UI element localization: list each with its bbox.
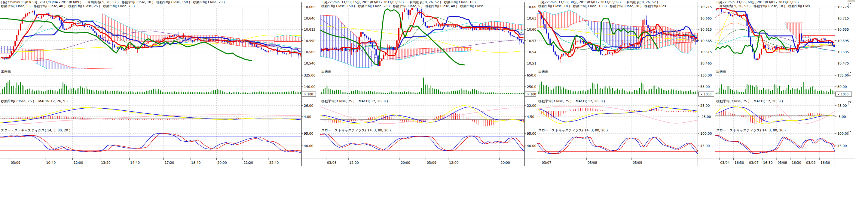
time-label: 10:40 [46,161,56,165]
time-label: 03/08 [588,161,597,165]
axis-label: -25.00 [700,115,711,119]
stochastics-chart [715,135,835,154]
panel-header-line1: 日経225mini 11/03( 15分, 2011/03/01 - 2011/… [321,0,476,4]
time-label: 16:30 [820,161,830,165]
chart-canvas: 10,6610,6310,6010,5710,5410,51650.0250.0… [320,0,536,168]
chart-panel-5min[interactable]: 日経225mini 11/03( 5分, 2011/03/04 - 2011/0… [0,0,319,168]
axis-label: 25.00 [700,104,710,108]
time-label: 20:00 [500,161,510,165]
time-label: 12:00 [449,161,459,165]
axis-label: 45.00 [837,144,847,148]
axis-label: 10,640 [304,16,316,21]
macd-chart [0,107,302,125]
volume-unit: × 100 [304,93,313,96]
macd-section-label: 移動平均( Close, 75 ) MACD( 12, 26, 9 ) [1,99,68,104]
axis-label: 4.00 [304,115,311,119]
chart-panel-30min[interactable]: 日経225mini 11/03( 30分, 2011/03/01 - 2011/… [537,0,714,168]
axis-label: -5.00 [837,115,846,119]
window-restore-icon[interactable] [848,131,851,135]
chart-workspace: 日経225mini 11/03( 5分, 2011/03/04 - 2011/0… [0,0,868,216]
price-chart [537,10,698,63]
time-label: 13:20 [101,161,111,165]
stoch-section-label: スロー・ストキャスティクス( 14, 3, 80, 20 ) [538,128,608,133]
axis-label: 325.00 [304,73,316,77]
panel-header-line1: 日経225mini 11/03( 5分, 2011/03/04 - 2011/0… [1,0,225,4]
axis-label: 10,655 [837,28,849,32]
time-label: 20:00 [217,161,227,165]
axis-label: 10,715 [837,16,849,21]
axis-label: 10,540 [304,62,316,65]
axis-label: 100.00 [700,132,712,136]
time-label: 21:20 [243,161,253,165]
macd-chart [320,105,524,127]
axis-label: 10,63 [527,16,536,21]
time-label: 03/09 [11,161,21,165]
axis-label: 650.0 [527,73,536,77]
macd-section-label: 移動平均( Close, 75 ) MACD( 12, 26, 9 ) [538,99,605,104]
axis-label: 80.00 [837,85,847,89]
time-label: 03/09 [806,161,816,165]
axis-label: 130.00 [700,73,712,77]
stoch-section-label: スロー・ストキャスティクス( 14, 3, 80, 20 ) [321,128,391,133]
axis-label: 10,60 [527,28,536,32]
time-label: 03/08 [778,161,787,165]
time-label: 22:40 [269,161,279,165]
time-label: 03/07 [749,161,758,165]
panel-header-line2: 一目均衡表( 9, 26, 52 ) 移動平均( Close, 10 ) 移動平… [716,4,810,8]
macd-chart [715,105,835,124]
axis-label: 10,54 [527,50,536,54]
time-label: 16:30 [763,161,773,165]
panel-divider [715,0,715,166]
time-label: 12:00 [74,161,83,165]
stoch-section-label: スロー・ストキャスティクス( 14, 3, 80, 20 ) [716,128,786,133]
chart-canvas: 10,66510,64010,61510,59010,56510,540325.… [0,0,319,168]
axis-label: 185.00 [837,73,849,77]
volume-unit: × 100 [527,93,536,96]
axis-label: 10,590 [304,39,316,43]
axis-label: 10,565 [304,50,316,54]
chart-panel-15min[interactable]: 日経225mini 11/03( 15分, 2011/03/01 - 2011/… [320,0,536,168]
panel-header-line1: 日経225mini 11/03( 30分, 2011/03/01 - 2011/… [538,0,658,4]
price-chart [320,5,524,68]
scrollbar-fragment[interactable] [847,0,856,2]
volume-chart [320,78,524,94]
volume-chart [537,82,698,94]
chart-panel-60min[interactable]: 日経225mini 11/03( 60分, 2011/03/01 - 2011/… [715,0,855,168]
axis-label: 26.00 [304,104,313,108]
axis-label: 4.50 [527,115,534,119]
chart-canvas: 10,77510,71510,65510,59510,53510,475185.… [715,0,855,168]
panel-header-line2: 移動平均( Close, 10 ) 移動平均( Close, 150 ) 移動平… [538,4,666,8]
price-chart [715,4,835,62]
time-label: 03/09 [633,161,642,165]
axis-label: 10,465 [700,62,712,65]
volume-unit: × 1000 [700,93,711,96]
axis-label: 22.00 [527,104,536,108]
time-label: 03/04 [720,161,730,165]
time-label: 12:00 [349,161,359,165]
time-label: 16:30 [792,161,801,165]
axis-label: 40.00 [527,144,536,148]
stochastics-chart [320,134,524,151]
time-label: 14:40 [130,161,140,165]
axis-label: 10,475 [837,62,849,65]
axis-label: 10,715 [700,5,712,9]
axis-label: 250.0 [527,85,536,89]
window-restore-icon[interactable] [848,72,851,76]
panel-header-line2: 移動平均( Close, 5 ) 移動平均( Close, 40 ) 移動平均(… [1,4,135,8]
axis-label: 10,775 [837,5,849,9]
axis-label: 10,515 [700,50,712,54]
axis-label: 10,665 [304,5,316,9]
axis-label: 10,615 [700,28,712,32]
gridlines [0,7,302,158]
axis-label: 10,51 [527,62,536,65]
macd-section-label: 移動平均( Close, 75 ) MACD( 12, 26, 9 ) [716,99,783,104]
axis-label: 45.00 [837,104,847,108]
axis-label: 55.00 [700,85,710,89]
time-label: 18:40 [191,161,201,165]
window-restore-icon[interactable] [848,101,851,105]
axis-label: 10,66 [527,5,536,9]
gridlines [715,7,835,158]
axis-label: 45.00 [700,144,710,148]
window-restore-icon[interactable] [848,3,851,7]
volume-section-label: 出来高 [1,69,11,74]
